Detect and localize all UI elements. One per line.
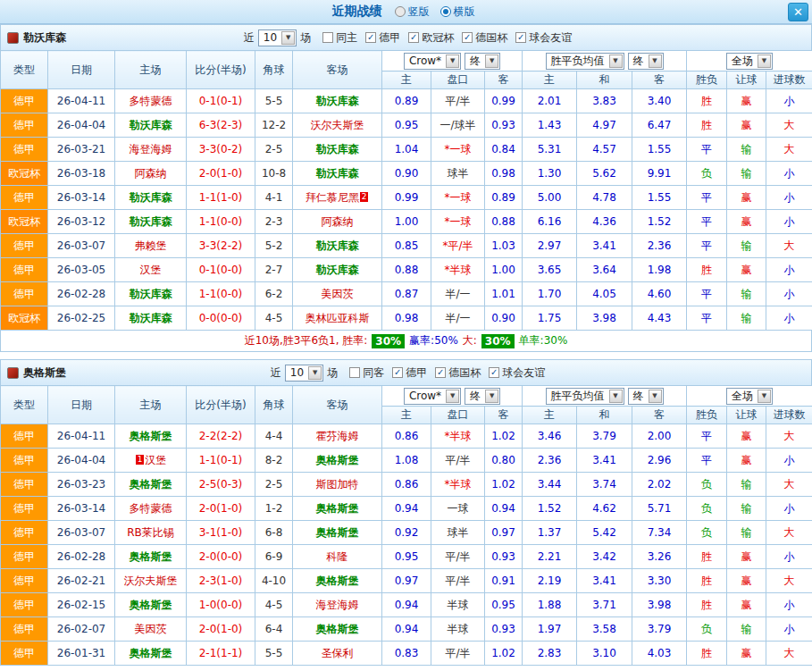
final-odds-select[interactable]: 终▼: [465, 388, 500, 405]
filter-checkbox[interactable]: ✓欧冠杯: [408, 30, 454, 46]
team-name-link[interactable]: 奥格斯堡: [130, 647, 172, 659]
match-row: 德甲26-03-14多特蒙德2-0(1-0)1-2奥格斯堡0.94一球0.941…: [1, 497, 812, 521]
team-name-link[interactable]: 拜仁慕尼黑: [306, 191, 359, 204]
team-name-link[interactable]: 奥格斯堡: [130, 550, 172, 563]
select-label: 全场: [732, 54, 753, 69]
team-name-link[interactable]: 科隆: [327, 550, 348, 563]
match-count-select[interactable]: 10 ▼: [285, 365, 323, 382]
close-button[interactable]: ✕: [788, 3, 808, 21]
team-header-band: 奥格斯堡 近 10 ▼ 场 同客✓德甲✓德国杯✓球会友谊: [0, 359, 812, 385]
team-name-link[interactable]: 勒沃库森: [130, 215, 172, 228]
team-name-link[interactable]: 阿森纳: [135, 167, 167, 180]
asia-home-odds: 0.95: [382, 113, 431, 138]
team-name-link[interactable]: 沃尔夫斯堡: [311, 119, 364, 131]
euro-draw-odds: 4.57: [577, 138, 632, 162]
layout-radio-horizontal[interactable]: 横版: [440, 4, 475, 20]
team-name-link[interactable]: 勒沃库森: [316, 95, 359, 107]
filter-checkbox[interactable]: ✓球会友谊: [489, 365, 545, 381]
final-odds-select[interactable]: 终▼: [465, 53, 500, 70]
euro-away-odds: 1.52: [632, 210, 687, 234]
team-name-link[interactable]: 奥格斯堡: [316, 502, 359, 515]
team-name-link[interactable]: 多特蒙德: [130, 502, 172, 515]
asia-home-odds: 1.04: [382, 138, 431, 162]
asia-handicap: 半球: [431, 617, 485, 642]
filter-checkbox[interactable]: ✓德甲: [392, 365, 427, 381]
team-name-link[interactable]: 奥格斯堡: [316, 575, 359, 587]
team-name-link[interactable]: 美因茨: [322, 288, 354, 300]
team-name-link[interactable]: 勒沃库森: [130, 191, 172, 204]
team-name-link[interactable]: 勒沃库森: [316, 143, 359, 155]
euro-draw-odds: 3.79: [577, 424, 632, 449]
col-asia-away: 客: [485, 407, 523, 424]
team-name-link[interactable]: 美因茨: [135, 623, 167, 635]
team-name-link[interactable]: 奥格斯堡: [316, 526, 359, 539]
match-row: 德甲26-03-07RB莱比锡3-1(1-0)6-8奥格斯堡0.92球半0.97…: [1, 521, 812, 545]
team-name-link[interactable]: 汉堡: [140, 264, 162, 276]
away-team-cell: 勒沃库森: [293, 138, 382, 162]
team-name-link[interactable]: 勒沃库森: [316, 239, 359, 252]
checkbox-checked-icon: ✓: [435, 367, 446, 378]
col-result-handicap: 让球: [727, 407, 766, 424]
team-name-link[interactable]: 奥格斯堡: [316, 623, 359, 635]
team-name-link[interactable]: 勒沃库森: [130, 119, 172, 131]
avg-odds-select[interactable]: 胜平负均值▼: [546, 388, 624, 405]
team-name-link[interactable]: 弗赖堡: [135, 239, 167, 252]
team-name-link[interactable]: 奥格斯堡: [130, 430, 172, 442]
team-name-link[interactable]: 奥格斯堡: [130, 478, 172, 491]
final-odds-select[interactable]: 终▼: [628, 388, 664, 405]
team-name-link[interactable]: 沃尔夫斯堡: [124, 575, 178, 587]
full-match-select[interactable]: 全场▼: [726, 388, 773, 405]
team-name-link[interactable]: 勒沃库森: [130, 312, 172, 324]
wdl-result: 平: [687, 449, 727, 473]
asia-away-odds: 0.94: [485, 497, 523, 521]
match-date: 26-02-28: [48, 545, 115, 569]
euro-home-odds: 5.31: [523, 138, 577, 162]
full-match-select[interactable]: 全场▼: [726, 53, 773, 70]
team-name-link[interactable]: 勒沃库森: [316, 264, 359, 276]
team-name-link[interactable]: 奥格斯堡: [316, 454, 359, 466]
team-name-link[interactable]: 霍芬海姆: [316, 430, 359, 442]
euro-away-odds: 4.60: [632, 282, 687, 306]
team-name-link[interactable]: RB莱比锡: [127, 526, 174, 539]
bookmaker-select[interactable]: Crow*▼: [404, 388, 461, 405]
team-name-link[interactable]: 海登海姆: [130, 143, 172, 155]
match-count-select[interactable]: 10 ▼: [258, 29, 297, 46]
col-type: 类型: [1, 386, 48, 424]
filter-checkbox[interactable]: ✓德国杯: [462, 30, 507, 46]
team-name-link[interactable]: 海登海姆: [316, 599, 359, 611]
team-name-link[interactable]: 奥格斯堡: [130, 599, 172, 611]
home-team-cell: 勒沃库森: [115, 306, 187, 331]
asia-home-odds: 0.97: [382, 569, 431, 593]
goals-result: 小: [766, 617, 812, 642]
euro-draw-odds: 3.42: [577, 545, 632, 569]
matches-table: 类型 日期 主场 比分(半场) 角球 客场 Crow*▼ 终▼ 胜平负均值▼ 终…: [0, 50, 812, 331]
filter-checkbox[interactable]: 同主: [322, 30, 357, 46]
team-name-link[interactable]: 勒沃库森: [316, 167, 359, 180]
team-name-link[interactable]: 圣保利: [322, 647, 354, 659]
layout-radio-vertical[interactable]: 竖版: [395, 4, 430, 20]
bookmaker-select[interactable]: Crow*▼: [404, 53, 461, 70]
team-name-link[interactable]: 奥林匹亚科斯: [306, 312, 370, 324]
filter-checkbox[interactable]: ✓球会友谊: [515, 30, 572, 46]
matches-table: 类型 日期 主场 比分(半场) 角球 客场 Crow*▼ 终▼ 胜平负均值▼ 终…: [0, 385, 812, 666]
match-date: 26-03-23: [48, 473, 115, 497]
match-row: 德甲26-03-07弗赖堡3-3(2-2)5-2勒沃库森0.85*平/半1.03…: [1, 234, 812, 258]
wdl-result: 平: [687, 424, 727, 449]
team-name-link[interactable]: 多特蒙德: [130, 95, 172, 107]
match-date: 26-03-21: [48, 138, 115, 162]
match-row: 德甲26-02-28奥格斯堡2-0(0-0)6-9科隆0.95平/半0.932.…: [1, 545, 812, 569]
team-name-link[interactable]: 勒沃库森: [130, 288, 172, 300]
team-name-link[interactable]: 阿森纳: [322, 215, 354, 228]
team-name-link[interactable]: 汉堡: [145, 454, 166, 466]
avg-odds-select[interactable]: 胜平负均值▼: [546, 53, 624, 70]
filter-checkbox[interactable]: ✓德甲: [365, 30, 400, 46]
filter-checkbox[interactable]: ✓德国杯: [435, 365, 481, 381]
final-odds-select[interactable]: 终▼: [628, 53, 664, 70]
asia-handicap: 半/一: [431, 282, 485, 306]
goals-result: 小: [766, 449, 812, 473]
team-name-link[interactable]: 斯图加特: [316, 478, 359, 491]
filter-checkbox[interactable]: 同客: [349, 365, 384, 381]
asia-away-odds: 0.88: [485, 210, 523, 234]
wdl-result: 胜: [687, 89, 727, 113]
col-asia-away: 客: [485, 71, 523, 89]
